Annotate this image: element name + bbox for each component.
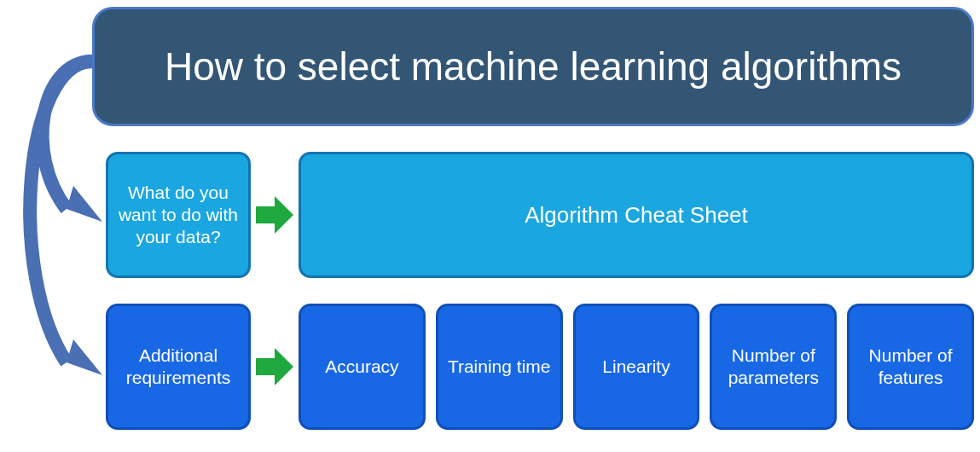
title-box: How to select machine learning algorithm… xyxy=(92,7,974,126)
req-item-text: Accuracy xyxy=(325,356,398,378)
svg-marker-0 xyxy=(67,186,102,222)
cheat-sheet-text: Algorithm Cheat Sheet xyxy=(525,202,748,229)
requirements-label-text: Additional requirements xyxy=(115,345,241,390)
row-requirements: Additional requirements Accuracy Trainin… xyxy=(106,304,974,430)
green-arrow-icon xyxy=(256,196,293,234)
title-text: How to select machine learning algorithm… xyxy=(165,43,902,90)
svg-marker-1 xyxy=(67,339,102,375)
cheat-sheet-box: Algorithm Cheat Sheet xyxy=(299,152,974,278)
req-item: Accuracy xyxy=(299,304,426,430)
req-item-text: Number of parameters xyxy=(719,345,827,390)
req-item-text: Training time xyxy=(448,356,551,378)
req-item-text: Number of features xyxy=(856,345,965,390)
row-question: What do you want to do with your data? A… xyxy=(106,152,974,278)
req-item: Number of features xyxy=(847,304,974,430)
arrow-gap-2 xyxy=(251,304,299,430)
requirements-label-box: Additional requirements xyxy=(106,304,251,430)
req-item: Number of parameters xyxy=(710,304,837,430)
question-text: What do you want to do with your data? xyxy=(117,182,240,249)
req-item-text: Linearity xyxy=(602,356,670,378)
question-box: What do you want to do with your data? xyxy=(106,152,251,278)
green-arrow-icon xyxy=(256,348,293,385)
req-item: Training time xyxy=(436,304,563,430)
arrow-gap-1 xyxy=(251,152,299,278)
req-item: Linearity xyxy=(573,304,700,430)
